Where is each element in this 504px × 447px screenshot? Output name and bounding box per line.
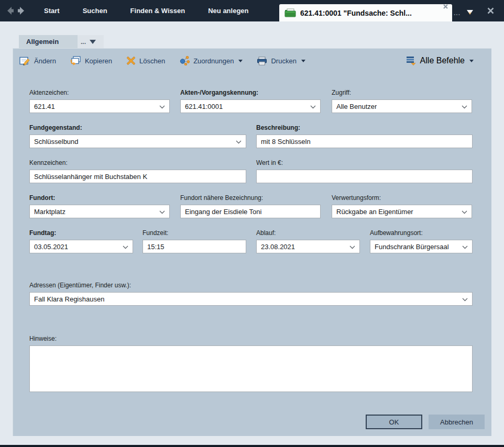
chevron-down-icon [90, 40, 96, 44]
combobox-value: Alle Benutzer [336, 103, 377, 110]
field-hinweise: Hinweise: [29, 335, 473, 392]
field-fundtag: Fundtag: 03.05.2021 [29, 229, 133, 253]
loeschen-button[interactable]: Löschen [126, 56, 165, 65]
verwertungsform-label: Verwertungsform: [332, 194, 472, 202]
fundzeit-input[interactable] [143, 240, 246, 253]
fundtag-label: Fundtag: [29, 229, 133, 237]
adressen-label: Adressen (Eigentümer, Finder usw.): [29, 282, 473, 289]
chevron-down-icon [310, 105, 316, 109]
folder-icon [284, 8, 296, 17]
alle-befehle-label: Alle Befehle [420, 56, 465, 65]
combobox-value: 23.08.2021 [261, 243, 295, 251]
aufbewahrungsort-label: Aufbewahrungsort: [370, 229, 473, 237]
tab-overflow[interactable]: ... [78, 35, 104, 48]
wert-label: Wert in €: [256, 159, 473, 167]
kopieren-button[interactable]: Kopieren [70, 56, 112, 65]
dropdown-arrow-icon [301, 60, 305, 62]
close-icon[interactable] [487, 7, 495, 17]
drucken-button[interactable]: Drucken [257, 57, 305, 65]
menu-item-finden-wissen[interactable]: Finden & Wissen [119, 0, 197, 21]
field-fundzeit: Fundzeit: [143, 229, 246, 253]
field-wert: Wert in €: [256, 159, 473, 183]
tab-overflow-dots[interactable]: ... [454, 9, 461, 17]
menu-item-start[interactable]: Start [32, 0, 71, 21]
chevron-down-icon [349, 245, 355, 249]
ok-button[interactable]: OK [366, 415, 422, 429]
aufbewahrungsort-combobox[interactable]: Fundschrank Bürgersaal [370, 240, 473, 253]
fundtag-datepicker[interactable]: 03.05.2021 [29, 240, 133, 253]
zugriff-label: Zugriff: [332, 89, 472, 97]
kennung-label: Akten-/Vorgangskennung: [180, 89, 321, 97]
fundort-combobox[interactable]: Marktplatz [29, 205, 170, 218]
field-zugriff: Zugriff: Alle Benutzer [332, 89, 472, 113]
combobox-value: Schlüsselbund [34, 138, 79, 146]
alle-befehle-button[interactable]: Alle Befehle [406, 56, 474, 65]
field-adressen: Adressen (Eigentümer, Finder usw.): Fall… [29, 282, 473, 306]
aendern-label: Ändern [34, 57, 56, 65]
document-tab[interactable]: 621.41:0001 "Fundsache: Schl... [279, 4, 452, 21]
menu-item-neu-anlegen[interactable]: Neu anlegen [196, 0, 260, 21]
edit-icon [19, 56, 30, 65]
fundort-label: Fundort: [29, 194, 170, 202]
menu-item-suchen[interactable]: Suchen [71, 0, 119, 21]
ablauf-datepicker[interactable]: 23.08.2021 [256, 240, 360, 253]
chevron-down-icon [159, 210, 165, 214]
beschreibung-input[interactable] [256, 135, 473, 148]
aktenzeichen-label: Aktenzeichen: [29, 89, 170, 97]
assignments-icon [179, 56, 190, 65]
field-verwertungsform: Verwertungsform: Rückgabe an Eigentümer [332, 194, 472, 218]
chevron-down-icon [159, 105, 165, 109]
tab-list-dropdown-icon[interactable] [466, 8, 474, 17]
fundgegenstand-label: Fundgegenstand: [29, 124, 246, 132]
forward-arrow-icon [18, 7, 24, 15]
field-fundort: Fundort: Marktplatz [29, 194, 170, 218]
field-beschreibung: Beschreibung: [256, 124, 473, 148]
print-icon [257, 57, 267, 65]
combobox-value: Fall Klara Regishausen [34, 295, 104, 303]
drucken-label: Drucken [271, 57, 296, 65]
combobox-value: 621.41:0001 [185, 103, 223, 110]
history-nav-arrows[interactable] [6, 6, 25, 15]
combobox-value: Marktplatz [34, 208, 65, 216]
combobox-value: 03.05.2021 [34, 243, 68, 251]
wert-input[interactable] [256, 170, 473, 183]
field-fundgegenstand: Fundgegenstand: Schlüsselbund [29, 124, 246, 148]
zuordnungen-button[interactable]: Zuordnungen [179, 56, 243, 65]
fundort-naehere-label: Fundort nähere Bezeichnung: [180, 194, 321, 202]
kopieren-label: Kopieren [85, 57, 112, 65]
kennung-combobox[interactable]: 621.41:0001 [180, 99, 321, 113]
tab-overflow-label: ... [81, 40, 86, 44]
fundort-naehere-input[interactable] [180, 205, 321, 218]
aktenzeichen-combobox[interactable]: 621.41 [29, 99, 170, 113]
field-aufbewahrungsort: Aufbewahrungsort: Fundschrank Bürgersaal [370, 229, 473, 253]
field-fundort-naehere: Fundort nähere Bezeichnung: [180, 194, 321, 218]
chevron-down-icon [462, 245, 468, 249]
dropdown-arrow-icon [469, 60, 474, 62]
document-tab-title: 621.41:0001 "Fundsache: Schl... [300, 9, 412, 17]
field-ablauf: Ablauf: 23.08.2021 [256, 229, 360, 253]
zuordnungen-label: Zuordnungen [193, 57, 234, 65]
hinweise-label: Hinweise: [29, 335, 473, 343]
combobox-value: Fundschrank Bürgersaal [375, 243, 449, 251]
hinweise-textarea[interactable] [29, 345, 473, 392]
document-tab-close-icon[interactable] [443, 2, 448, 12]
back-arrow-icon [7, 7, 14, 15]
adressen-combobox[interactable]: Fall Klara Regishausen [29, 292, 473, 306]
kennzeichen-input[interactable] [29, 170, 246, 183]
ablauf-label: Ablauf: [256, 229, 360, 237]
fundgegenstand-combobox[interactable]: Schlüsselbund [29, 135, 246, 148]
chevron-down-icon [462, 210, 467, 214]
abbrechen-button[interactable]: Abbrechen [429, 415, 485, 429]
verwertungsform-combobox[interactable]: Rückgabe an Eigentümer [332, 205, 472, 218]
chevron-down-icon [462, 298, 468, 301]
chevron-down-icon [123, 245, 128, 249]
aendern-button[interactable]: Ändern [19, 56, 56, 65]
tab-allgemein[interactable]: Allgemein [19, 35, 78, 48]
field-aktenzeichen: Aktenzeichen: 621.41 [29, 89, 170, 113]
all-commands-icon [406, 56, 417, 65]
dropdown-arrow-icon [238, 60, 243, 62]
delete-icon [126, 56, 136, 65]
zugriff-combobox[interactable]: Alle Benutzer [332, 99, 472, 113]
title-bar: Start Suchen Finden & Wissen Neu anlegen… [0, 0, 504, 21]
field-kennzeichen: Kennzeichen: [29, 159, 246, 183]
